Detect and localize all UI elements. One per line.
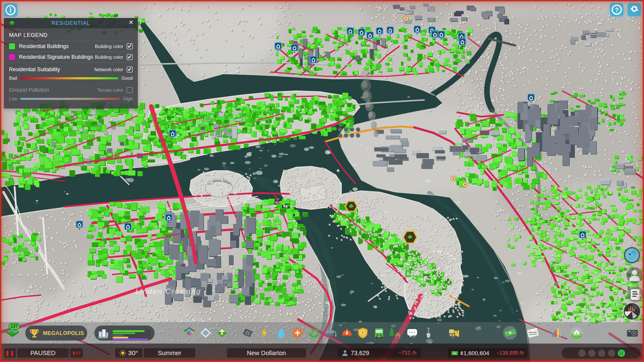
svg-text:?: ?	[615, 6, 619, 13]
svg-text:Linden Crossing: Linden Crossing	[136, 287, 201, 296]
